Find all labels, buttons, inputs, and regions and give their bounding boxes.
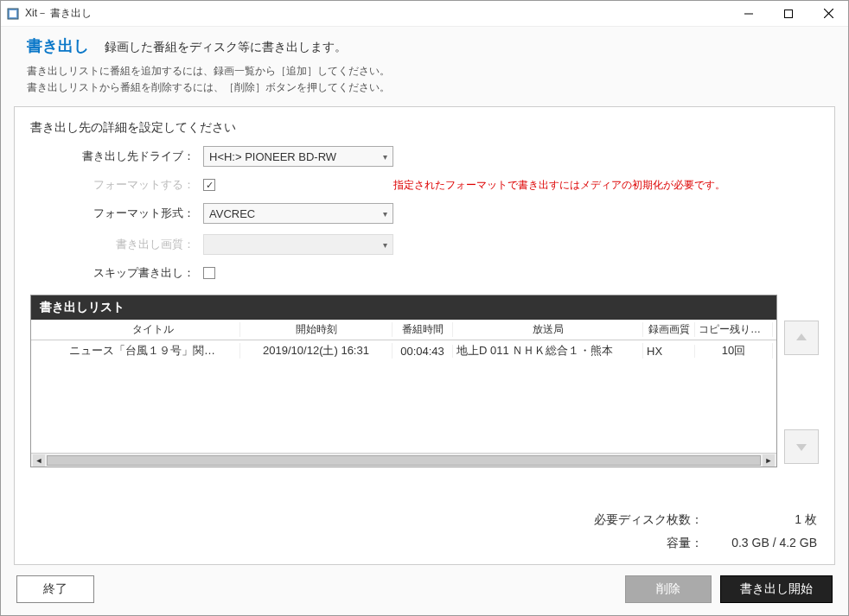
- cell-rec-quality: HX: [643, 345, 695, 358]
- svg-rect-1: [10, 10, 16, 17]
- move-up-button[interactable]: [784, 321, 819, 355]
- chevron-down-icon: ▾: [383, 209, 387, 219]
- minimize-button[interactable]: [729, 1, 769, 26]
- window-buttons: [729, 1, 848, 26]
- content-panel: 書き出し先の詳細を設定してください 書き出し先ドライブ： H<H:> PIONE…: [14, 106, 835, 565]
- quality-label: 書き出し画質：: [65, 237, 203, 252]
- horizontal-scrollbar[interactable]: ◄ ►: [31, 453, 776, 467]
- discs-label: 必要ディスク枚数：: [594, 509, 712, 530]
- cell-broadcaster: 地上D 011 ＮＨＫ総合１・熊本: [453, 343, 643, 359]
- skip-checkbox[interactable]: [203, 267, 215, 279]
- col-copy-count[interactable]: コピー残り回数: [695, 322, 773, 337]
- maximize-button[interactable]: [769, 1, 808, 26]
- instructions: 書き出しリストに番組を追加するには、録画一覧から［追加］してください。 書き出し…: [1, 63, 848, 99]
- format-type-select[interactable]: AVCREC ▾: [203, 203, 393, 224]
- list-rows: ニュース「台風１９号」関… 2019/10/12(土) 16:31 00:04:…: [31, 340, 776, 453]
- scroll-left-icon[interactable]: ◄: [33, 454, 45, 467]
- cell-copy-count: 10回: [695, 343, 773, 359]
- move-down-button[interactable]: [784, 429, 819, 464]
- format-do-label: フォーマットする：: [65, 177, 203, 193]
- column-headers: タイトル 開始時刻 番組時間 放送局 録画画質 コピー残り回数: [31, 320, 776, 340]
- chevron-down-icon: ▾: [383, 240, 387, 250]
- col-rec-quality[interactable]: 録画画質: [643, 322, 695, 337]
- page-subtitle: 録画した番組をディスク等に書き出します。: [105, 40, 347, 55]
- drive-label: 書き出し先ドライブ：: [65, 149, 203, 164]
- chevron-down-icon: ▾: [383, 152, 387, 162]
- format-do-checkbox[interactable]: ✓: [203, 179, 215, 191]
- col-broadcaster[interactable]: 放送局: [453, 322, 643, 337]
- discs-value: 1 枚: [713, 509, 817, 530]
- svg-rect-3: [785, 10, 793, 17]
- section-title: 書き出し先の詳細を設定してください: [30, 120, 819, 136]
- footer: 終了 削除 書き出し開始: [1, 565, 848, 615]
- capacity-value: 0.3 GB / 4.2 GB: [713, 532, 817, 554]
- app-icon: [6, 7, 20, 21]
- export-list: 書き出しリスト タイトル 開始時刻 番組時間 放送局 録画画質 コピー残り回数: [30, 295, 777, 467]
- instruction-line: 書き出しリストから番組を削除するには、［削除］ボタンを押してください。: [27, 79, 822, 96]
- start-export-button[interactable]: 書き出し開始: [720, 575, 833, 603]
- close-button[interactable]: [808, 1, 848, 26]
- stats: 必要ディスク枚数： 1 枚 容量： 0.3 GB / 4.2 GB: [30, 507, 819, 556]
- capacity-label: 容量：: [594, 532, 712, 554]
- format-type-value: AVCREC: [209, 207, 255, 220]
- app-window: Xit－ 書き出し 書き出し 録画した番組をディスク等に書き出します。 書き出し…: [0, 0, 849, 616]
- col-title[interactable]: タイトル: [66, 322, 240, 337]
- delete-button[interactable]: 削除: [625, 575, 712, 603]
- format-warning: 指定されたフォーマットで書き出すにはメディアの初期化が必要です。: [393, 178, 819, 193]
- page-title: 書き出し: [27, 35, 89, 56]
- window-title: Xit－ 書き出し: [25, 6, 729, 21]
- titlebar: Xit－ 書き出し: [1, 1, 848, 27]
- skip-label: スキップ書き出し：: [65, 265, 203, 281]
- scroll-thumb[interactable]: [47, 455, 761, 466]
- quality-select: ▾: [203, 234, 393, 255]
- col-start[interactable]: 開始時刻: [240, 322, 393, 337]
- instruction-line: 書き出しリストに番組を追加するには、録画一覧から［追加］してください。: [27, 63, 822, 79]
- drive-value: H<H:> PIONEER BD-RW: [209, 150, 336, 163]
- cell-title: ニュース「台風１９号」関…: [66, 343, 240, 359]
- format-type-label: フォーマット形式：: [65, 206, 203, 221]
- page-header: 書き出し 録画した番組をディスク等に書き出します。: [1, 27, 848, 63]
- table-row[interactable]: ニュース「台風１９号」関… 2019/10/12(土) 16:31 00:04:…: [31, 340, 776, 361]
- scroll-right-icon[interactable]: ►: [763, 454, 775, 467]
- list-header: 書き出しリスト: [31, 295, 776, 320]
- col-duration[interactable]: 番組時間: [393, 322, 453, 337]
- cell-duration: 00:04:43: [393, 345, 453, 358]
- drive-select[interactable]: H<H:> PIONEER BD-RW ▾: [203, 146, 393, 167]
- settings-form: 書き出し先ドライブ： H<H:> PIONEER BD-RW ▾ フォーマットす…: [65, 146, 819, 281]
- cell-start: 2019/10/12(土) 16:31: [240, 343, 393, 359]
- exit-button[interactable]: 終了: [16, 575, 94, 603]
